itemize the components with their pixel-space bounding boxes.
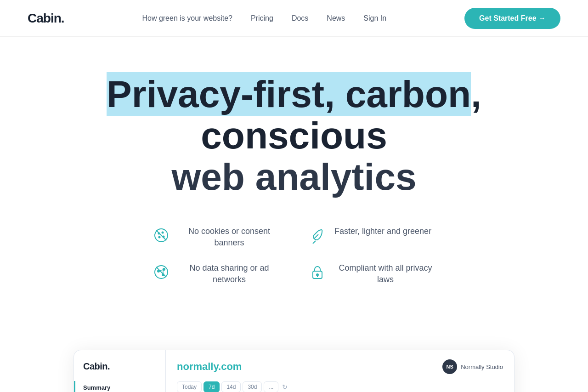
hero-line2: conscious xyxy=(201,114,387,156)
dashboard-header: normally.com NS Normally Studio xyxy=(177,359,503,374)
svg-point-2 xyxy=(158,233,160,234)
dash-logo: Cabin. xyxy=(74,361,165,381)
svg-point-5 xyxy=(163,236,164,237)
svg-point-3 xyxy=(162,232,164,233)
cta-button[interactable]: Get Started Free → xyxy=(464,8,560,29)
nav-link-docs[interactable]: Docs xyxy=(292,14,308,23)
nav-link-pricing[interactable]: Pricing xyxy=(251,14,273,23)
dashboard-main: normally.com NS Normally Studio Today7d1… xyxy=(166,350,514,392)
feature-no-cookies-text: No cookies or consent banners xyxy=(178,226,280,249)
nav-links: How green is your website? Pricing Docs … xyxy=(142,14,386,23)
feature-no-sharing-text: No data sharing or ad networks xyxy=(178,262,280,285)
refresh-icon[interactable]: ↻ xyxy=(282,383,288,391)
svg-point-16 xyxy=(317,274,318,276)
brand-logo[interactable]: Cabin. xyxy=(28,11,64,26)
site-name: normally.com xyxy=(177,361,242,373)
nav-link-signin[interactable]: Sign In xyxy=(363,14,386,23)
hero-line3: web analytics xyxy=(171,156,416,198)
feather-icon xyxy=(308,226,327,245)
feature-faster: Faster, lighter and greener xyxy=(308,226,436,249)
time-tab-30d[interactable]: 30d xyxy=(243,381,262,392)
svg-point-10 xyxy=(158,270,159,272)
avatar: NS xyxy=(442,359,457,374)
time-tab-7d[interactable]: 7d xyxy=(204,381,220,392)
feature-compliant: Compliant with all privacy laws xyxy=(308,262,436,285)
hero-heading: Privacy-first, carbon, conscious web ana… xyxy=(87,74,501,198)
dashboard-sidebar: Cabin. SummaryTop PagesReferralsEventsTw… xyxy=(74,350,166,392)
lock-icon xyxy=(308,262,327,282)
time-tabs: Today7d14d30d...↻ xyxy=(177,381,503,392)
svg-line-13 xyxy=(159,270,163,271)
svg-line-7 xyxy=(313,241,316,244)
hero-section: Privacy-first, carbon, conscious web ana… xyxy=(0,37,588,350)
svg-point-11 xyxy=(163,268,165,270)
time-tab-...[interactable]: ... xyxy=(264,381,278,392)
no-cookies-icon xyxy=(152,226,171,245)
time-tab-14d[interactable]: 14d xyxy=(221,381,241,392)
svg-point-4 xyxy=(159,236,160,238)
feature-compliant-text: Compliant with all privacy laws xyxy=(334,262,436,285)
hero-line1: Privacy-first, carbon xyxy=(107,72,471,116)
svg-point-12 xyxy=(162,274,164,276)
time-tab-today[interactable]: Today xyxy=(177,381,202,392)
svg-line-1 xyxy=(156,230,166,240)
feature-no-cookies: No cookies or consent banners xyxy=(152,226,280,249)
user-info: NS Normally Studio xyxy=(442,359,503,374)
sidebar-item-summary[interactable]: Summary xyxy=(74,381,165,392)
dashboard-preview: Cabin. SummaryTop PagesReferralsEventsTw… xyxy=(74,350,514,392)
feature-faster-text: Faster, lighter and greener xyxy=(334,226,431,237)
features-grid: No cookies or consent banners Faster, li… xyxy=(133,226,455,286)
nav-link-news[interactable]: News xyxy=(327,14,345,23)
username: Normally Studio xyxy=(461,364,503,370)
feature-no-sharing: No data sharing or ad networks xyxy=(152,262,280,285)
no-sharing-icon xyxy=(152,262,171,282)
nav-link-green[interactable]: How green is your website? xyxy=(142,14,232,23)
dashboard-nav: SummaryTop PagesReferralsEventsTweetsSou… xyxy=(74,381,165,392)
navbar: Cabin. How green is your website? Pricin… xyxy=(0,0,588,37)
